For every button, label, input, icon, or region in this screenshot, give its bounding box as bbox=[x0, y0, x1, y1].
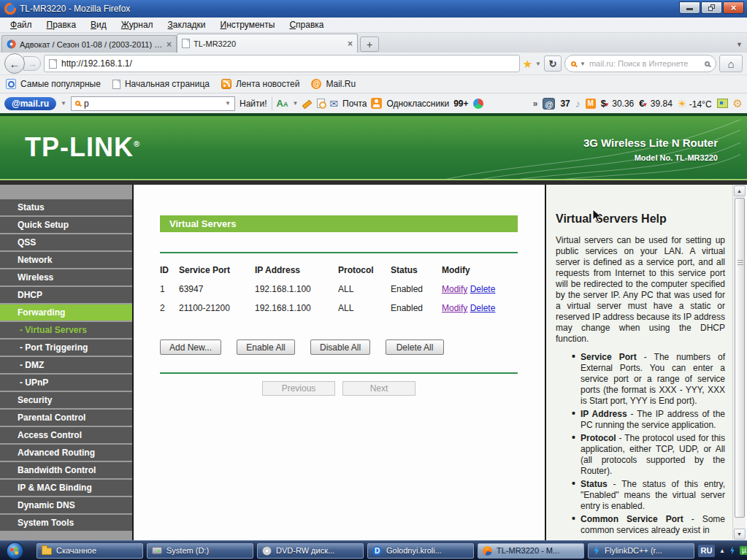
mail-envelope-icon[interactable]: ✉ bbox=[329, 99, 338, 109]
search-bar[interactable]: ▼ mail.ru: Поиск в Интернете bbox=[564, 55, 716, 72]
new-tab-button[interactable]: + bbox=[360, 37, 379, 52]
restore-button[interactable] bbox=[701, 1, 722, 14]
menu-item-[interactable]: Правка bbox=[39, 18, 84, 31]
sidebar-item-forwarding[interactable]: Forwarding bbox=[0, 304, 132, 321]
taskbar-button-flylinkdc-r[interactable]: FlylinkDC++ (r... bbox=[588, 543, 694, 559]
sidebar-item-dhcp[interactable]: DHCP bbox=[0, 287, 132, 303]
d-icon bbox=[372, 546, 382, 556]
previous-button[interactable]: Previous bbox=[262, 381, 335, 396]
delete-link[interactable]: Delete bbox=[470, 284, 496, 294]
modify-link[interactable]: Modify bbox=[442, 284, 467, 294]
help-intro: Virtual servers can be used for setting … bbox=[556, 235, 725, 345]
my-world-icon[interactable] bbox=[473, 99, 483, 109]
taskbar-button-dvd-rw[interactable]: DVD-RW диск... bbox=[257, 543, 364, 559]
table-row: 221100-21200192.168.1.100ALLEnabledModif… bbox=[160, 299, 522, 318]
sidebar-item-bandwidth-control[interactable]: Bandwidth Control bbox=[0, 462, 132, 478]
taskbar-button-golodnyi-kroli[interactable]: Golodnyi.kroli... bbox=[367, 543, 474, 559]
home-button[interactable]: ⌂ bbox=[719, 55, 743, 72]
star-dropdown-icon[interactable]: ▼ bbox=[535, 61, 541, 67]
menu-item-[interactable]: Журнал bbox=[114, 18, 161, 31]
sidebar-item-status[interactable]: Status bbox=[0, 199, 132, 215]
tab-close-icon[interactable]: × bbox=[348, 40, 353, 47]
mail-counter-icon[interactable] bbox=[543, 98, 555, 110]
sidebar-item-parental-control[interactable]: Parental Control bbox=[0, 410, 132, 426]
page-search-icon[interactable] bbox=[317, 99, 325, 108]
font-size-dropdown-icon[interactable]: ▼ bbox=[292, 100, 298, 107]
menu-item-[interactable]: Вид bbox=[83, 18, 114, 31]
mailru-dropdown-icon[interactable]: ▼ bbox=[61, 100, 66, 107]
button-add-new[interactable]: Add New... bbox=[160, 340, 221, 355]
menu-item-[interactable]: Файл bbox=[3, 18, 39, 31]
utorrent-tray-icon[interactable] bbox=[740, 546, 747, 555]
sidebar-item-system-tools[interactable]: System Tools bbox=[0, 515, 132, 531]
close-button[interactable]: × bbox=[723, 1, 744, 14]
flylink-tray-icon[interactable] bbox=[729, 547, 735, 555]
sidebar-item-dynamic-dns[interactable]: Dynamic DNS bbox=[0, 497, 132, 513]
scroll-up-icon[interactable]: ▲ bbox=[734, 185, 746, 196]
sidebar-item-wireless[interactable]: Wireless bbox=[0, 269, 132, 285]
bookmark-[interactable]: Самые популярные bbox=[6, 79, 101, 89]
button-delete-all[interactable]: Delete All bbox=[386, 340, 444, 355]
map-icon[interactable] bbox=[717, 99, 728, 108]
tab-tl-mr3220[interactable]: TL-MR3220 × bbox=[177, 34, 358, 53]
mail-label[interactable]: Почта bbox=[342, 99, 367, 109]
menu-item-[interactable]: Справка bbox=[282, 18, 331, 31]
sidebar-item-qss[interactable]: QSS bbox=[0, 234, 132, 250]
sidebar-item-dmz[interactable]: - DMZ bbox=[0, 357, 132, 373]
button-enable-all[interactable]: Enable All bbox=[237, 340, 295, 355]
delete-link[interactable]: Delete bbox=[470, 303, 496, 313]
url-bar[interactable]: http://192.168.1.1/ bbox=[44, 55, 520, 72]
sidebar-item-virtual-servers[interactable]: - Virtual Servers bbox=[0, 322, 132, 338]
tab-advokat[interactable]: Адвокат / Сезон 01-08 / (2003-2011) S...… bbox=[1, 35, 177, 53]
bookmark-mail-ru[interactable]: Mail.Ru bbox=[311, 79, 356, 89]
start-button[interactable] bbox=[6, 542, 24, 560]
language-indicator[interactable]: RU bbox=[698, 545, 715, 557]
search-engine-dropdown-icon[interactable]: ▼ bbox=[580, 61, 586, 67]
taskbar-button-[interactable]: Скачанное bbox=[37, 543, 143, 559]
bookmark-[interactable]: Лента новостей bbox=[221, 79, 300, 89]
sidebar-item-upnp[interactable]: - UPnP bbox=[0, 375, 132, 391]
back-button[interactable]: ← bbox=[4, 53, 25, 74]
gear-icon[interactable]: ⚙ bbox=[733, 98, 743, 109]
menu-item-[interactable]: Инструменты bbox=[213, 18, 283, 31]
system-tray: RU ▲ 14:19 bbox=[698, 545, 747, 557]
sidebar-item-ip-mac-binding[interactable]: IP & MAC Binding bbox=[0, 480, 132, 496]
sidebar-item-quick-setup[interactable]: Quick Setup bbox=[0, 217, 132, 233]
list-all-tabs-icon[interactable]: ▼ bbox=[736, 41, 743, 48]
modify-link[interactable]: Modify bbox=[442, 303, 467, 313]
taskbar-button-system-d[interactable]: System (D:) bbox=[147, 543, 253, 559]
tab-close-icon[interactable]: × bbox=[166, 41, 172, 48]
window-titlebar[interactable]: TL-MR3220 - Mozilla Firefox × bbox=[0, 0, 747, 18]
mailru-search-input[interactable]: p ▼ bbox=[71, 96, 235, 111]
taskbar-button-tl-mr3220-m[interactable]: TL-MR3220 - M... bbox=[478, 543, 584, 559]
music-note-icon[interactable]: ♪ bbox=[575, 98, 581, 110]
find-button[interactable]: Найти! bbox=[240, 99, 267, 109]
odnoklassniki-icon[interactable] bbox=[371, 98, 382, 109]
bookmark-[interactable]: Начальная страница bbox=[112, 79, 210, 89]
overflow-chevron-icon[interactable]: » bbox=[533, 99, 538, 109]
scrollbar-thumb[interactable] bbox=[735, 198, 745, 518]
menu-item-[interactable]: Закладки bbox=[161, 18, 213, 31]
sidebar-item-network[interactable]: Network bbox=[0, 252, 132, 268]
bookmark-star-icon[interactable]: ★ bbox=[523, 58, 532, 69]
forward-button[interactable]: → bbox=[23, 56, 41, 71]
search-icon[interactable] bbox=[705, 61, 710, 66]
sidebar-item-security[interactable]: Security bbox=[0, 392, 132, 408]
tray-expand-icon[interactable]: ▲ bbox=[719, 548, 725, 554]
mailru-icon bbox=[311, 79, 321, 89]
refresh-button[interactable]: ↻ bbox=[544, 55, 562, 72]
search-history-dropdown-icon[interactable]: ▼ bbox=[225, 100, 231, 107]
odnoklassniki-label[interactable]: Одноклассники bbox=[386, 99, 449, 109]
scroll-down-icon[interactable]: ▼ bbox=[734, 529, 746, 540]
sidebar-item-port-triggering[interactable]: - Port Triggering bbox=[0, 340, 132, 356]
help-scrollbar[interactable]: ▲ ▼ bbox=[732, 185, 746, 540]
button-disable-all[interactable]: Disable All bbox=[310, 340, 370, 355]
next-button[interactable]: Next bbox=[342, 381, 415, 396]
highlighter-icon[interactable] bbox=[302, 99, 313, 108]
my-world-badge-icon[interactable] bbox=[586, 99, 596, 109]
font-size-icon[interactable]: AA bbox=[277, 98, 288, 109]
minimize-button[interactable] bbox=[679, 1, 700, 14]
mailru-logo[interactable]: @mail.ru bbox=[4, 97, 56, 110]
sidebar-item-access-control[interactable]: Access Control bbox=[0, 427, 132, 443]
sidebar-item-advanced-routing[interactable]: Advanced Routing bbox=[0, 445, 132, 461]
